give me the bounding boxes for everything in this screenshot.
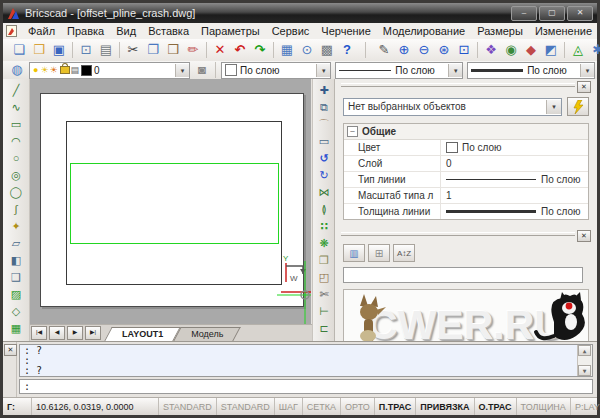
help-icon[interactable]: ? (337, 40, 357, 60)
selection-dropdown[interactable]: Нет выбранных объектов ▾ (343, 98, 562, 116)
redo-icon[interactable]: ↷ (250, 40, 270, 60)
command-panel-grip[interactable]: ✕ (3, 342, 17, 399)
window-minimize-button[interactable]: – (511, 6, 537, 21)
tab-prev-icon[interactable]: ◀ (49, 326, 65, 340)
window-close-button[interactable]: ✕ (567, 6, 593, 21)
menu-modify[interactable]: Изменение (529, 24, 598, 38)
menu-file[interactable]: Файл (22, 24, 61, 38)
sketch-icon[interactable]: ✎ (374, 40, 394, 60)
zoom-out-icon[interactable]: ⊖ (414, 40, 434, 60)
tab-last-icon[interactable]: ▶| (85, 326, 101, 340)
explode-icon[interactable]: ◰ (313, 268, 335, 285)
undo-icon[interactable]: ↶ (230, 40, 250, 60)
property-row-linetype-scale[interactable]: Масштаб типа л 1 (344, 188, 588, 204)
menu-model[interactable]: Моделирование (377, 24, 471, 38)
format-painter-icon[interactable]: ✏ (183, 40, 203, 60)
move-icon[interactable]: ✚ (313, 81, 335, 98)
tab-next-icon[interactable]: ▶ (67, 326, 83, 340)
layer-dropdown[interactable]: ● ☀ ☀ ▤ 0 ▾ (29, 62, 190, 79)
layer-explorer-icon[interactable]: ◍ (7, 60, 27, 80)
command-close-icon[interactable]: ✕ (4, 344, 17, 356)
layer-dropdown-arrow-icon[interactable]: ▾ (175, 64, 189, 77)
scroll-up-icon[interactable]: ▲ (578, 345, 591, 356)
status-polar[interactable]: П.ТРАС (375, 398, 416, 415)
quick-select-button[interactable] (567, 97, 589, 116)
menu-draw[interactable]: Черчение (315, 24, 377, 38)
region-icon[interactable]: ▱ (5, 234, 27, 251)
polygon-icon[interactable]: ◇ (5, 302, 27, 319)
rotate-icon[interactable]: ↺ (313, 149, 335, 166)
scroll-down-icon[interactable]: ▼ (578, 365, 591, 376)
block-preview-icon[interactable]: ⊞ (368, 244, 390, 262)
properties-close-icon[interactable]: ✕ (577, 81, 591, 93)
status-lineweight[interactable]: ТОЛЩИНА (517, 398, 571, 415)
realtime-view-icon[interactable]: ◉ (501, 40, 521, 60)
selection-dropdown-arrow-icon[interactable]: ▾ (546, 100, 561, 114)
delete-icon[interactable]: ✕ (210, 40, 230, 60)
linetype-dropdown-arrow-icon[interactable]: ▾ (448, 64, 462, 77)
view-columns-icon[interactable]: ▥ (343, 244, 365, 262)
status-snap[interactable]: ШАГ (275, 398, 303, 415)
tab-first-icon[interactable]: |◀ (31, 326, 47, 340)
arc-icon[interactable]: ◠ (5, 132, 27, 149)
menu-edit[interactable]: Правка (61, 24, 110, 38)
menu-dimensions[interactable]: Размеры (471, 24, 529, 38)
tab-model[interactable]: Модель (177, 327, 237, 341)
spline-icon[interactable]: ∫ (5, 200, 27, 217)
property-row-linetype[interactable]: Тип линии По слою (344, 172, 588, 188)
property-row-layer[interactable]: Слой 0 (344, 156, 588, 172)
offset-icon[interactable]: ⌒ (313, 115, 335, 132)
tab-layout1[interactable]: LAYOUT1 (108, 327, 177, 341)
property-row-lineweight[interactable]: Толщина линии По слою (344, 204, 588, 219)
property-row-color[interactable]: Цвет По слою (344, 140, 588, 156)
copy-entities-icon[interactable]: ⧉ (313, 98, 335, 115)
collapse-icon[interactable]: – (347, 126, 358, 137)
properties-dialog-icon[interactable]: ▩ (317, 40, 337, 60)
properties-group-general[interactable]: – Общие (344, 124, 588, 140)
new-icon[interactable]: ❏ (9, 40, 29, 60)
sort-alpha-icon[interactable]: A↕Z (393, 244, 415, 262)
visual-style-icon[interactable]: ◩ (541, 40, 561, 60)
render-icon[interactable]: ◆ (521, 40, 541, 60)
linetype-dropdown[interactable]: По слою ▾ (335, 62, 463, 79)
drawing-explorer-icon[interactable]: ▦ (277, 40, 297, 60)
menu-view[interactable]: Вид (110, 24, 142, 38)
paste-icon[interactable]: ❒ (163, 40, 183, 60)
polyline-icon[interactable]: ∿ (5, 98, 27, 115)
zoom-in-icon[interactable]: ⊕ (394, 40, 414, 60)
save-icon[interactable]: ▣ (49, 40, 69, 60)
array-polar-icon[interactable]: ❋ (313, 234, 335, 251)
mirror-icon[interactable]: ⋈ (313, 183, 335, 200)
ellipse-icon[interactable]: ◯ (5, 183, 27, 200)
zoom-window-icon[interactable]: ⊡ (454, 40, 474, 60)
circle-icon[interactable]: ○ (5, 149, 27, 166)
array-icon[interactable]: ∷ (313, 217, 335, 234)
mirror-3d-icon[interactable]: ≬ (313, 200, 335, 217)
break-icon[interactable]: ⊏ (313, 319, 335, 336)
scale-icon[interactable]: ▭ (313, 132, 335, 149)
print-icon[interactable]: ▤ (96, 40, 116, 60)
copy-icon[interactable]: ❐ (143, 40, 163, 60)
purge-icon[interactable]: ◬ (568, 40, 588, 60)
lineweight-dropdown[interactable]: По слою ▾ (467, 62, 595, 79)
panel-grip[interactable] (341, 232, 575, 236)
rotate-reference-icon[interactable]: ↻ (313, 166, 335, 183)
solid-icon[interactable]: ◧ (5, 251, 27, 268)
table-icon[interactable]: ▦ (5, 319, 27, 336)
tool-palette-close-icon[interactable]: ✕ (577, 230, 591, 242)
status-textstyle[interactable]: STANDARD (159, 398, 217, 415)
command-history-scrollbar[interactable]: ▲ ▼ (577, 345, 592, 376)
regen-icon[interactable]: ✱ (588, 40, 600, 60)
drawing-canvas[interactable]: Y W X (30, 79, 311, 325)
rectangle-icon[interactable]: ▭ (5, 115, 27, 132)
print-preview-icon[interactable]: ⊡ (76, 40, 96, 60)
line-icon[interactable]: ╱ (5, 81, 27, 98)
color-dropdown[interactable]: По слою ▾ (221, 62, 331, 79)
find-icon[interactable]: ⊙ (297, 40, 317, 60)
menu-settings[interactable]: Параметры (195, 24, 266, 38)
tool-palette-header[interactable]: ✕ (339, 230, 593, 240)
copy-nested-icon[interactable]: ❐ (313, 251, 335, 268)
status-etrack[interactable]: О.ТРАС (475, 398, 517, 415)
point-icon[interactable]: ✦ (5, 217, 27, 234)
hatch-icon[interactable]: ▨ (5, 285, 27, 302)
